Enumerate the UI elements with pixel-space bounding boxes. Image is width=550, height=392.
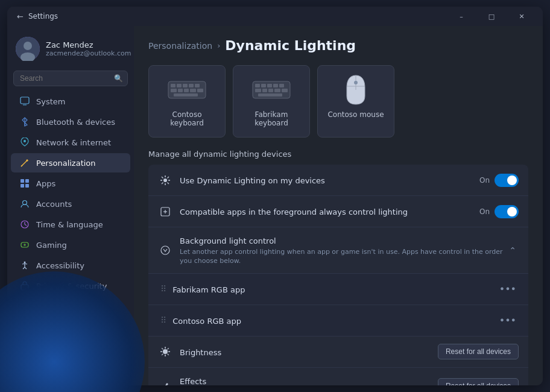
network-icon — [19, 137, 30, 148]
dynamic-lighting-icon — [158, 173, 172, 188]
close-button[interactable]: ✕ — [508, 7, 536, 26]
device-cards: Contoso keyboard — [148, 65, 528, 138]
setting-row-compatible-apps: Compatible apps in the foreground always… — [148, 196, 528, 227]
toggle-use-dynamic[interactable] — [495, 174, 519, 187]
setting-title-brightness: Brightness — [180, 348, 221, 357]
compatible-apps-icon — [158, 204, 172, 219]
user-section[interactable]: Zac Mendez zacmendez@outlook.com — [7, 31, 134, 71]
fabrikam-keyboard-icon — [252, 75, 291, 104]
sidebar-item-apps[interactable]: Apps — [11, 174, 130, 193]
reset-effects-button[interactable]: Reset for all devices — [438, 378, 519, 385]
setting-right-use-dynamic: On — [479, 174, 519, 187]
sidebar-item-accessibility[interactable]: Accessibility — [11, 256, 130, 275]
toggle-label-compatible-apps: On — [479, 207, 490, 216]
setting-title-effects: Effects — [180, 377, 206, 385]
user-name: Zac Mendez — [46, 40, 131, 49]
toggle-label-use-dynamic: On — [479, 176, 490, 185]
setting-right-brightness: Reset for all devices — [438, 344, 519, 359]
sidebar-label-bluetooth: Bluetooth & devices — [36, 118, 115, 127]
device-card-contoso-mouse[interactable]: Contoso mouse — [317, 65, 394, 138]
svg-rect-26 — [177, 84, 182, 87]
svg-rect-25 — [171, 84, 175, 87]
setting-right-fabrikam-rgb: ••• — [497, 283, 519, 295]
svg-rect-12 — [21, 184, 24, 188]
sidebar-item-bluetooth[interactable]: Bluetooth & devices — [11, 112, 130, 131]
sidebar-item-personalization[interactable]: Personalization — [11, 153, 130, 172]
svg-rect-45 — [274, 89, 280, 92]
breadcrumb-parent[interactable]: Personalization — [148, 41, 212, 51]
personalization-icon — [19, 157, 30, 168]
sidebar-item-privacy[interactable]: Privacy & security — [11, 276, 130, 296]
title-bar-left: ← Settings — [17, 12, 58, 21]
device-label-fabrikam-keyboard: Fabrikam keyboard — [243, 110, 300, 127]
setting-right-effects: Reset for all devices — [438, 378, 519, 385]
system-icon — [19, 96, 30, 107]
sidebar-item-gaming[interactable]: Gaming — [11, 235, 130, 254]
sidebar-label-personalization: Personalization — [36, 159, 96, 168]
breadcrumb-arrow: › — [217, 41, 220, 50]
drag-handle-fabrikam[interactable]: ⠿ — [160, 284, 166, 294]
sidebar-label-gaming: Gaming — [36, 241, 67, 250]
breadcrumb-current: Dynamic Lighting — [225, 38, 356, 53]
sidebar-label-system: System — [36, 97, 65, 106]
device-label-contoso-keyboard: Contoso keyboard — [159, 110, 215, 127]
more-button-fabrikam[interactable]: ••• — [497, 283, 519, 295]
setting-right-background-light: ⌃ — [507, 245, 519, 255]
maximize-button[interactable]: □ — [478, 7, 505, 26]
sidebar-label-update: Windows Update — [36, 302, 102, 311]
svg-rect-47 — [258, 93, 282, 96]
svg-line-69 — [162, 348, 163, 349]
drag-handle-contoso[interactable]: ⠿ — [160, 315, 166, 325]
svg-line-72 — [162, 354, 163, 355]
sidebar-label-time: Time & language — [36, 220, 103, 229]
sidebar-label-accessibility: Accessibility — [36, 261, 84, 270]
bluetooth-icon — [19, 116, 30, 127]
setting-text-background-light: Background light control Let another app… — [180, 235, 507, 266]
privacy-icon — [19, 280, 30, 291]
svg-line-57 — [168, 182, 169, 184]
sidebar-item-update[interactable]: Windows Update — [11, 297, 130, 316]
effects-icon — [158, 379, 172, 385]
toggle-compatible-apps[interactable] — [495, 205, 519, 218]
sidebar-label-accounts: Accounts — [36, 200, 72, 209]
setting-row-contoso-rgb: ⠿ Contoso RGB app ••• — [148, 305, 528, 337]
setting-title-use-dynamic: Use Dynamic Lighting on my devices — [180, 176, 325, 185]
setting-row-use-dynamic: Use Dynamic Lighting on my devices On — [148, 165, 528, 196]
setting-text-brightness: Brightness — [180, 346, 438, 358]
setting-text-effects: Effects Choose color themes and effects … — [180, 375, 438, 385]
more-button-contoso[interactable]: ••• — [497, 315, 519, 326]
reset-brightness-button[interactable]: Reset for all devices — [438, 344, 519, 359]
window-content: Zac Mendez zacmendez@outlook.com 🔍 Syste… — [7, 26, 543, 385]
sidebar-label-network: Network & internet — [36, 138, 111, 147]
minimize-button[interactable]: – — [447, 7, 475, 26]
svg-rect-28 — [189, 84, 194, 87]
svg-line-56 — [162, 177, 163, 179]
svg-line-9 — [21, 165, 22, 166]
svg-line-17 — [25, 224, 27, 226]
svg-rect-3 — [21, 97, 29, 104]
window-controls: – □ ✕ — [447, 7, 536, 26]
svg-point-21 — [24, 262, 26, 264]
search-input[interactable] — [13, 71, 128, 86]
svg-rect-11 — [25, 179, 29, 183]
svg-rect-46 — [282, 89, 288, 92]
setting-right-contoso-rgb: ••• — [497, 315, 519, 326]
apps-icon — [19, 178, 30, 189]
sidebar-item-accounts[interactable]: Accounts — [11, 194, 130, 213]
svg-rect-27 — [183, 84, 188, 87]
device-card-contoso-keyboard[interactable]: Contoso keyboard — [148, 65, 226, 138]
back-button[interactable]: ← — [17, 12, 24, 21]
svg-rect-42 — [255, 89, 261, 92]
svg-rect-41 — [279, 84, 284, 87]
setting-row-effects: Effects Choose color themes and effects … — [148, 368, 528, 385]
collapse-button[interactable]: ⌃ — [507, 245, 519, 255]
device-card-fabrikam-keyboard[interactable]: Fabrikam keyboard — [233, 65, 310, 138]
title-bar: ← Settings – □ ✕ — [7, 7, 543, 26]
sidebar: Zac Mendez zacmendez@outlook.com 🔍 Syste… — [7, 26, 134, 385]
sidebar-item-system[interactable]: System — [11, 92, 130, 111]
sidebar-item-time[interactable]: Time & language — [11, 215, 130, 234]
sidebar-item-network[interactable]: Network & internet — [11, 133, 130, 152]
svg-line-70 — [168, 354, 169, 355]
svg-point-64 — [163, 349, 168, 354]
main-content: Personalization › Dynamic Lighting — [134, 26, 543, 385]
